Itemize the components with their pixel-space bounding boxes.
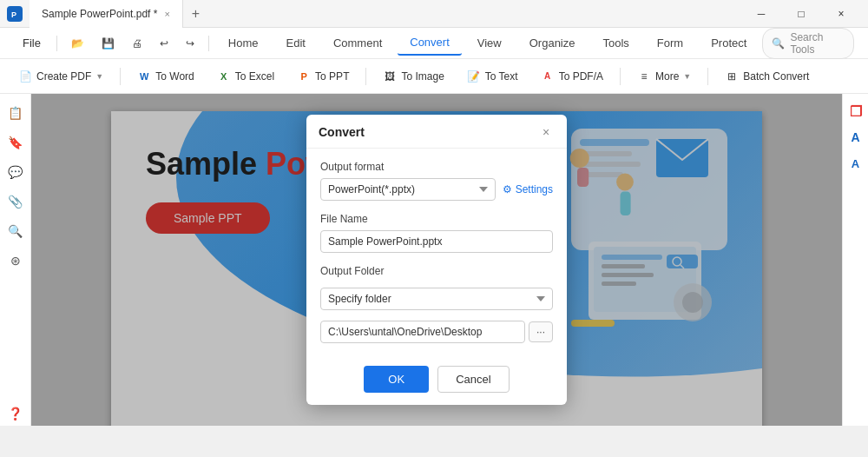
- file-name-label: File Name: [320, 213, 553, 225]
- minimize-btn[interactable]: ─: [741, 0, 781, 28]
- settings-btn[interactable]: ⚙ Settings: [503, 183, 553, 195]
- new-tab-btn[interactable]: +: [183, 6, 208, 22]
- nav-protect[interactable]: Protect: [699, 31, 759, 55]
- more-dropdown-icon: ▼: [683, 72, 691, 81]
- tab-label: Sample PowerPoint.pdf *: [42, 8, 157, 20]
- active-tab[interactable]: Sample PowerPoint.pdf * ×: [30, 0, 183, 28]
- modal-overlay: Convert × Output format PowerPoint(*.ppt…: [31, 94, 842, 426]
- nav-comment[interactable]: Comment: [321, 31, 394, 55]
- tab-bar: Sample PowerPoint.pdf * × +: [30, 0, 208, 28]
- dialog-title: Convert: [319, 125, 365, 139]
- sidebar-help[interactable]: ❓: [3, 401, 28, 426]
- left-sidebar: 📋 🔖 💬 📎 🔍 ⊛ ❓: [0, 94, 31, 426]
- convert-toolbar: 📄 Create PDF ▼ W To Word X To Excel P To…: [0, 59, 868, 94]
- nav-view[interactable]: View: [465, 31, 514, 55]
- batch-convert-btn[interactable]: ⊞ Batch Convert: [715, 64, 819, 89]
- dialog-titlebar: Convert ×: [306, 115, 567, 149]
- to-excel-btn[interactable]: X To Excel: [207, 64, 284, 89]
- title-bar: P Sample PowerPoint.pdf * × + ─ □ ×: [0, 0, 868, 28]
- output-folder-label: Output Folder: [320, 265, 553, 277]
- toolbar-divider-4: [707, 68, 708, 85]
- right-icon-2[interactable]: A: [845, 127, 866, 148]
- search-bar[interactable]: 🔍 Search Tools: [762, 28, 854, 59]
- output-format-row: PowerPoint(*.pptx) ⚙ Settings: [320, 178, 553, 201]
- to-pdfa-btn[interactable]: A To PDF/A: [531, 64, 613, 89]
- menu-separator: [56, 36, 57, 51]
- folder-browse-btn[interactable]: ···: [529, 321, 553, 342]
- nav-home[interactable]: Home: [216, 31, 271, 55]
- svg-text:P: P: [11, 10, 16, 19]
- sidebar-comments[interactable]: 💬: [3, 160, 28, 184]
- word-icon: W: [137, 70, 151, 83]
- window-controls: ─ □ ×: [741, 0, 861, 28]
- dialog-close-btn[interactable]: ×: [537, 123, 555, 141]
- app-icon: P: [7, 6, 23, 22]
- search-icon: 🔍: [772, 37, 785, 50]
- nav-bar: File 📂 💾 🖨 ↩ ↪ Home Edit Comment Convert…: [0, 28, 868, 59]
- create-pdf-dropdown-icon: ▼: [95, 72, 103, 81]
- pdfa-icon: A: [541, 70, 555, 83]
- sidebar-attachments[interactable]: 📎: [3, 189, 28, 214]
- ok-btn[interactable]: OK: [364, 366, 429, 393]
- print-icon: 🖨: [132, 37, 142, 50]
- undo-btn[interactable]: ↩: [153, 34, 175, 53]
- restore-btn[interactable]: □: [781, 0, 821, 28]
- excel-icon: X: [217, 70, 231, 83]
- sidebar-layers[interactable]: ⊛: [3, 248, 28, 273]
- nav-form[interactable]: Form: [645, 31, 695, 55]
- folder-type-select[interactable]: Specify folder: [320, 288, 553, 310]
- to-image-btn[interactable]: 🖼 To Image: [373, 64, 453, 89]
- ppt-icon: P: [297, 70, 311, 83]
- dialog-footer: OK Cancel: [306, 355, 567, 405]
- sidebar-bookmarks[interactable]: 🔖: [3, 130, 28, 155]
- toolbar-divider-2: [365, 68, 366, 85]
- create-pdf-btn[interactable]: 📄 Create PDF ▼: [9, 64, 113, 89]
- batch-convert-icon: ⊞: [725, 70, 739, 83]
- save-btn[interactable]: 💾: [95, 34, 122, 53]
- save-icon: 💾: [102, 37, 115, 50]
- separator2: [208, 36, 209, 51]
- more-icon: ≡: [637, 70, 651, 83]
- more-btn[interactable]: ≡ More ▼: [628, 64, 700, 89]
- cancel-btn[interactable]: Cancel: [437, 366, 509, 393]
- dialog-body: Output format PowerPoint(*.pptx) ⚙ Setti…: [306, 149, 567, 355]
- main-layout: 📋 🔖 💬 📎 🔍 ⊛ ❓ Sample Pow Sample PPT: [0, 94, 868, 426]
- right-icon-3[interactable]: A: [845, 153, 866, 174]
- toolbar-divider-3: [620, 68, 621, 85]
- nav-tools[interactable]: Tools: [590, 31, 641, 55]
- redo-icon: ↪: [186, 37, 194, 50]
- search-placeholder: Search Tools: [790, 31, 845, 56]
- nav-organize[interactable]: Organize: [517, 31, 588, 55]
- output-format-select[interactable]: PowerPoint(*.pptx): [320, 178, 496, 201]
- menu-file[interactable]: File: [14, 36, 49, 50]
- to-text-btn[interactable]: 📝 To Text: [457, 64, 528, 89]
- tab-close-btn[interactable]: ×: [164, 9, 169, 19]
- sidebar-search[interactable]: 🔍: [3, 219, 28, 243]
- image-icon: 🖼: [383, 70, 397, 83]
- to-word-btn[interactable]: W To Word: [128, 64, 203, 89]
- convert-dialog: Convert × Output format PowerPoint(*.ppt…: [306, 115, 567, 405]
- content-area: Sample Pow Sample PPT: [31, 94, 842, 426]
- toolbar-divider-1: [120, 68, 121, 85]
- open-btn[interactable]: 📂: [64, 34, 91, 53]
- print-btn[interactable]: 🖨: [125, 34, 149, 53]
- open-icon: 📂: [71, 37, 84, 50]
- right-icon-1[interactable]: ❐: [845, 101, 866, 122]
- nav-convert[interactable]: Convert: [398, 30, 462, 56]
- create-pdf-icon: 📄: [18, 70, 32, 83]
- output-format-label: Output format: [320, 161, 553, 173]
- redo-btn[interactable]: ↪: [179, 34, 201, 53]
- to-ppt-btn[interactable]: P To PPT: [287, 64, 358, 89]
- settings-icon: ⚙: [503, 183, 512, 195]
- undo-icon: ↩: [160, 37, 168, 50]
- file-name-input[interactable]: [320, 230, 553, 253]
- folder-path-input[interactable]: [320, 321, 525, 343]
- sidebar-pages[interactable]: 📋: [3, 101, 28, 125]
- folder-path-row: ···: [320, 321, 553, 343]
- close-btn[interactable]: ×: [821, 0, 861, 28]
- right-sidebar: ❐ A A: [842, 94, 868, 426]
- nav-edit[interactable]: Edit: [273, 31, 317, 55]
- text-icon: 📝: [467, 70, 481, 83]
